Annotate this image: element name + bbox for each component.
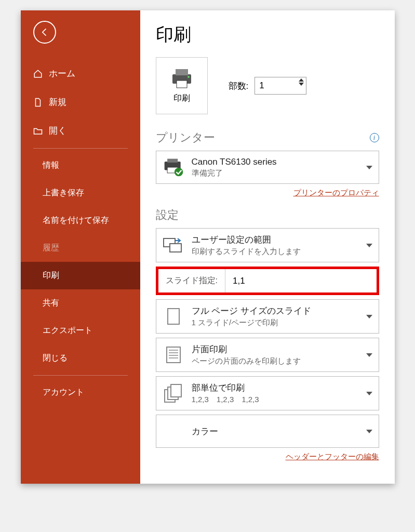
printer-name: Canon TS6130 series xyxy=(192,157,359,167)
sidebar-item-label: 新規 xyxy=(49,96,66,108)
svg-rect-5 xyxy=(167,159,178,163)
sidebar-item-label: 開く xyxy=(49,125,66,137)
print-row: 印刷 部数: 1 xyxy=(156,57,379,114)
sidebar-item-close[interactable]: 閉じる xyxy=(21,344,140,372)
chevron-down-icon xyxy=(366,353,372,357)
sidebar-divider xyxy=(33,375,128,376)
sidebar-item-print[interactable]: 印刷 xyxy=(21,262,140,289)
collate-sub: 1,2,3 1,2,3 1,2,3 xyxy=(192,395,359,405)
sidebar-item-saveas[interactable]: 名前を付けて保存 xyxy=(21,207,140,234)
printer-section-header: プリンター i xyxy=(156,130,379,145)
range-title: ユーザー設定の範囲 xyxy=(192,234,359,246)
svg-point-7 xyxy=(174,168,182,176)
sidebar-item-save[interactable]: 上書き保存 xyxy=(21,179,140,207)
file-icon xyxy=(33,98,43,107)
copies-value: 1 xyxy=(259,81,264,91)
sidebar-item-label: 上書き保存 xyxy=(43,188,84,198)
slide-spec-label: スライド指定: xyxy=(158,269,225,292)
settings-section-title: 設定 xyxy=(156,207,179,223)
sidebar-item-label: アカウント xyxy=(43,387,84,398)
svg-rect-18 xyxy=(171,384,181,397)
sidebar: ホーム 新規 開く 情報 上書き保存 名前を付けて保存 履歴 印刷 共有 エクス… xyxy=(21,10,140,484)
sidebar-item-export[interactable]: エクスポート xyxy=(21,317,140,344)
header-footer-link[interactable]: ヘッダーとフッターの編集 xyxy=(286,452,379,461)
print-range-dropdown[interactable]: ユーザー設定の範囲 印刷するスライドを入力します xyxy=(156,228,379,262)
svg-point-3 xyxy=(188,76,190,78)
sides-sub: ページの片面のみを印刷します xyxy=(192,356,359,366)
info-icon[interactable]: i xyxy=(370,133,379,142)
printer-section-title: プリンター xyxy=(156,130,215,145)
color-swatch-icon xyxy=(163,420,184,442)
sidebar-item-share[interactable]: 共有 xyxy=(21,289,140,317)
svg-rect-11 xyxy=(167,347,180,363)
spinner-down-icon[interactable] xyxy=(299,83,304,86)
slide-specification-row: スライド指定: xyxy=(156,267,379,295)
layout-dropdown[interactable]: フル ページ サイズのスライド 1 スライド/ページで印刷 xyxy=(156,299,379,334)
chevron-down-icon xyxy=(366,244,372,247)
sidebar-item-label: 情報 xyxy=(43,160,59,171)
full-page-icon xyxy=(163,305,184,327)
sidebar-item-label: エクスポート xyxy=(43,325,92,336)
svg-rect-1 xyxy=(176,69,188,75)
printer-icon xyxy=(169,68,194,89)
folder-open-icon xyxy=(33,126,43,136)
sidebar-item-label: 名前を付けて保存 xyxy=(43,215,109,226)
sides-title: 片面印刷 xyxy=(192,343,359,355)
collate-dropdown[interactable]: 部単位で印刷 1,2,3 1,2,3 1,2,3 xyxy=(156,376,379,410)
chevron-down-icon xyxy=(366,315,372,318)
sidebar-item-label: 履歴 xyxy=(43,243,59,254)
copies-label: 部数: xyxy=(229,80,249,92)
print-button-label: 印刷 xyxy=(173,93,190,104)
copies-control: 部数: 1 xyxy=(229,77,307,95)
sidebar-item-label: 共有 xyxy=(43,298,59,309)
chevron-down-icon xyxy=(366,430,372,433)
layout-title: フル ページ サイズのスライド xyxy=(192,305,359,317)
back-arrow-icon xyxy=(39,27,50,37)
layout-sub: 1 スライド/ページで印刷 xyxy=(192,318,359,328)
printer-properties-link[interactable]: プリンターのプロパティ xyxy=(293,188,379,197)
page-title: 印刷 xyxy=(156,23,379,47)
single-side-icon xyxy=(163,344,184,366)
slide-spec-input[interactable] xyxy=(225,269,377,292)
printer-dropdown[interactable]: Canon TS6130 series 準備完了 xyxy=(156,151,379,184)
sidebar-item-info[interactable]: 情報 xyxy=(21,152,140,179)
chevron-down-icon xyxy=(366,392,372,395)
svg-rect-9 xyxy=(170,244,181,252)
slides-range-icon xyxy=(163,234,184,256)
sidebar-item-home[interactable]: ホーム xyxy=(21,59,140,88)
settings-section-header: 設定 xyxy=(156,207,379,223)
sidebar-item-new[interactable]: 新規 xyxy=(21,88,140,116)
sidebar-item-open[interactable]: 開く xyxy=(21,116,140,145)
sidebar-item-label: ホーム xyxy=(49,68,75,79)
sidebar-item-label: 印刷 xyxy=(43,270,59,281)
sidebar-divider xyxy=(33,148,128,149)
content-panel: 印刷 印刷 部数: 1 xyxy=(140,10,395,484)
collate-icon xyxy=(163,382,184,404)
color-title: カラー xyxy=(192,425,359,437)
chevron-down-icon xyxy=(366,166,372,169)
spinner-up-icon[interactable] xyxy=(299,78,304,82)
sides-dropdown[interactable]: 片面印刷 ページの片面のみを印刷します xyxy=(156,338,379,372)
back-button[interactable] xyxy=(33,21,56,44)
sidebar-item-history: 履歴 xyxy=(21,234,140,262)
sidebar-item-label: 閉じる xyxy=(43,353,68,364)
collate-title: 部単位で印刷 xyxy=(192,382,359,394)
home-icon xyxy=(33,69,43,78)
sidebar-item-account[interactable]: アカウント xyxy=(21,379,140,406)
range-sub: 印刷するスライドを入力します xyxy=(192,247,359,257)
color-dropdown[interactable]: カラー xyxy=(156,415,379,448)
printer-status: 準備完了 xyxy=(192,168,359,178)
svg-rect-10 xyxy=(168,309,179,324)
printer-status-icon xyxy=(163,156,184,178)
copies-spinner[interactable]: 1 xyxy=(255,77,306,95)
print-button[interactable]: 印刷 xyxy=(156,57,208,114)
print-backstage-window: ホーム 新規 開く 情報 上書き保存 名前を付けて保存 履歴 印刷 共有 エクス… xyxy=(21,10,395,484)
svg-rect-2 xyxy=(177,81,187,88)
